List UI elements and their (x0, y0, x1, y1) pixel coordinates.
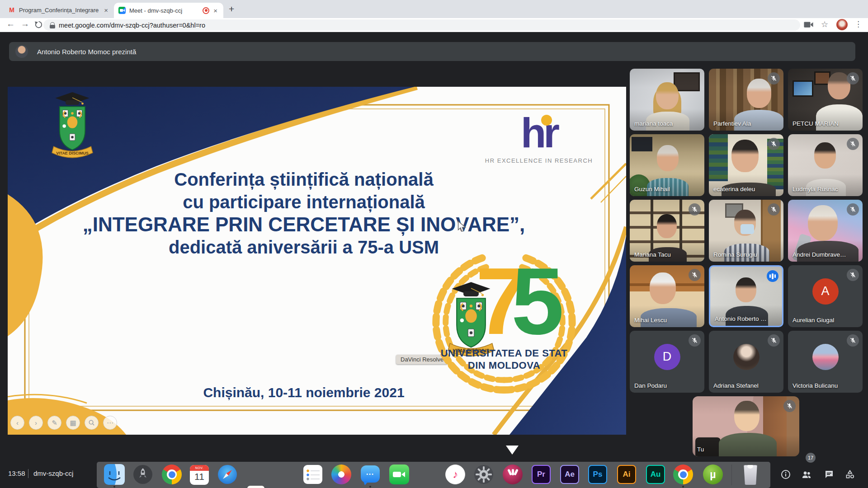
after-effects-icon[interactable]: Ae (559, 464, 580, 485)
participants-panel: mariana toaca Parfentiev Ala PETCU MARIA… (630, 69, 863, 393)
title-line-2: cu participare internațională (26, 191, 582, 213)
participant-tile[interactable]: A Aurelian Giugal (788, 265, 863, 327)
running-indicator-icon (682, 486, 684, 488)
safari-icon[interactable] (217, 464, 238, 485)
system-preferences-icon[interactable] (473, 464, 494, 485)
photoshop-icon[interactable]: Ps (587, 464, 608, 485)
muted-mic-icon (768, 138, 780, 150)
chrome-icon[interactable] (161, 464, 182, 485)
activities-icon[interactable] (844, 469, 855, 480)
facetime-icon[interactable] (389, 464, 410, 485)
participant-tile[interactable]: ecaterina deleu (709, 134, 783, 196)
participant-tile[interactable]: Victoria Bulicanu (788, 331, 863, 393)
back-button[interactable]: ← (6, 19, 15, 29)
hr-excellence-logo: hr HR EXCELLENCE IN RESEARCH (478, 112, 600, 164)
presented-slide: hr HR EXCELLENCE IN RESEARCH Conferința … (8, 87, 626, 435)
photos-icon[interactable] (331, 464, 352, 485)
grid-view-button[interactable]: ▦ (66, 416, 80, 430)
muted-mic-icon (689, 203, 701, 216)
title-line-1: Conferința științifică națională (26, 168, 582, 191)
tab-title: Program_Conferința_Integrare (19, 7, 99, 14)
slide-footer: Chișinău, 10-11 noiembrie 2021 (26, 385, 582, 400)
participant-count-badge: 17 (806, 453, 816, 463)
self-label: Tu (697, 446, 704, 453)
camera-in-use-icon[interactable] (804, 21, 813, 28)
participant-tile[interactable]: Romina Surugiu (709, 200, 783, 262)
finder-icon[interactable] (104, 464, 125, 485)
participant-name: Adriana Stefanel (713, 382, 759, 389)
reload-button[interactable] (34, 20, 43, 29)
chrome-2-icon[interactable] (673, 464, 693, 485)
lock-icon[interactable] (50, 22, 55, 28)
participant-tile[interactable]: Ludmyla Rusnac (788, 134, 863, 196)
participant-tile[interactable]: Mariana Tacu (630, 200, 704, 262)
self-view-tile[interactable]: Tu (693, 396, 799, 456)
pen-tool-button[interactable]: ✎ (47, 416, 61, 430)
messages-icon[interactable]: ••• (360, 464, 381, 485)
avatar-initial: A (812, 278, 839, 305)
participants-icon[interactable] (801, 469, 812, 480)
premiere-pro-icon[interactable]: Pr (531, 464, 552, 485)
mouse-cursor-icon (458, 221, 467, 233)
music-icon[interactable]: ♪ (445, 464, 466, 485)
browser-toolbar: ← → meet.google.com/dmv-szqb-ccj?authuse… (0, 18, 868, 32)
participant-tile[interactable]: D Dan Podaru (630, 331, 704, 393)
forward-button[interactable]: → (21, 19, 29, 29)
dock-divider (731, 465, 732, 485)
tab-strip: M Program_Conferința_Integrare × Meet - … (0, 0, 868, 18)
participant-tile-active-speaker[interactable]: Antonio Roberto … (709, 265, 783, 327)
participant-tile[interactable]: Adriana Stefanel (709, 331, 783, 393)
textedit-icon[interactable] (247, 486, 264, 488)
meet-favicon-icon (118, 7, 126, 14)
muted-mic-icon (783, 400, 796, 412)
participant-name: mariana toaca (634, 120, 673, 127)
prev-slide-button[interactable]: ‹ (10, 416, 24, 430)
tab-close-icon[interactable]: × (103, 6, 109, 14)
utorrent-icon[interactable]: µ (703, 464, 723, 485)
address-bar[interactable]: meet.google.com/dmv-szqb-ccj?authuser=0&… (43, 19, 800, 31)
launchpad-icon[interactable] (132, 464, 153, 485)
meeting-details-icon[interactable] (780, 469, 791, 480)
magnifier-button[interactable] (85, 416, 99, 430)
title-line-3: „INTEGRARE PRIN CERCETARE ȘI INOVARE”, (26, 213, 582, 236)
muted-mic-icon (847, 269, 859, 281)
participant-name: ecaterina deleu (713, 186, 755, 192)
muted-mic-icon (768, 334, 780, 347)
participant-tile[interactable]: Parfentiev Ala (709, 69, 783, 131)
browser-profile-avatar[interactable] (836, 19, 848, 30)
participant-name: Ludmyla Rusnac (793, 186, 838, 192)
participant-tile[interactable]: Mihai Lescu (630, 265, 704, 327)
new-tab-button[interactable]: + (229, 4, 234, 14)
davinci-resolve-icon[interactable] (502, 464, 523, 485)
participant-name: Parfentiev Ala (713, 120, 751, 127)
tab-close-icon[interactable]: × (212, 7, 219, 14)
avatar-initial: D (654, 344, 680, 370)
participant-tile[interactable]: Andrei Dumbrave… (788, 200, 863, 262)
screen: M Program_Conferința_Integrare × Meet - … (0, 0, 868, 488)
tab-program-conferinta[interactable]: M Program_Conferința_Integrare × (5, 3, 113, 17)
presentation-controls: ‹ › ✎ ▦ ⋯ (10, 416, 117, 430)
trash-icon[interactable] (740, 464, 760, 485)
more-options-button[interactable]: ⋯ (103, 416, 117, 430)
browser-menu-icon[interactable]: ⋮ (854, 19, 862, 29)
calendar-icon[interactable]: NOV. 11 (190, 465, 209, 485)
avatar-photo (733, 344, 760, 370)
participant-name: PETCU MARIAN (793, 120, 839, 127)
participant-tile[interactable]: mariana toaca (630, 69, 704, 131)
reminders-icon[interactable] (303, 465, 322, 484)
presenter-avatar (15, 45, 28, 58)
audition-icon[interactable]: Au (645, 464, 666, 485)
participant-name: Dan Podaru (634, 382, 667, 389)
participant-name: Victoria Bulicanu (793, 382, 838, 389)
meeting-code: dmv-szqb-ccj (33, 469, 73, 477)
illustrator-icon[interactable]: Ai (616, 464, 637, 485)
bookmark-star-icon[interactable]: ☆ (821, 19, 828, 29)
participant-tile[interactable]: Guzun Mihail (630, 134, 704, 196)
tab-title: Meet - dmv-szqb-ccj (129, 7, 199, 14)
participant-tile[interactable]: PETCU MARIAN (788, 69, 863, 131)
next-slide-button[interactable]: › (29, 416, 43, 430)
tab-meet[interactable]: Meet - dmv-szqb-ccj × (114, 3, 223, 18)
participant-name: Aurelian Giugal (793, 317, 834, 324)
hr-logo-caption: HR EXCELLENCE IN RESEARCH (478, 157, 600, 164)
chat-icon[interactable] (824, 469, 835, 480)
